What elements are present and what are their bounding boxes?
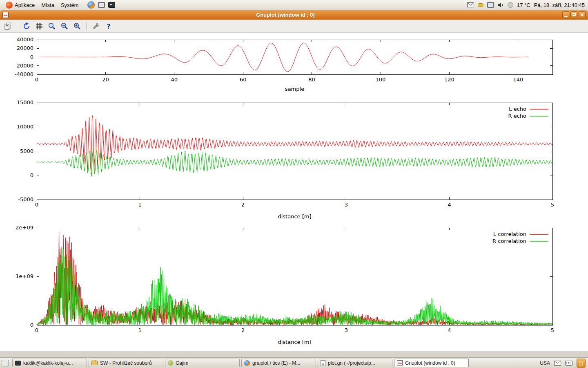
svg-text:0: 0 [35,202,38,208]
task-label: Gajim [176,360,188,366]
svg-text:-40000: -40000 [15,71,33,77]
svg-text:0: 0 [30,54,33,60]
file-manager-icon [91,361,98,365]
task-label: gnuplot / tics (E) - M... [252,360,300,366]
svg-text:4: 4 [448,202,451,208]
display-icon[interactable] [487,2,494,8]
places-menu-label: Místa [41,2,54,8]
system-menu-label: Systém [61,2,78,8]
replot-icon [22,22,31,30]
replot-button[interactable] [22,22,31,31]
chart-echo-waveforms[interactable]: 012345-5000050001000015000distance [m]L … [0,98,588,222]
zoom-button[interactable] [47,22,56,31]
svg-text:1e+09: 1e+09 [16,273,33,279]
svg-text:120: 120 [444,76,454,83]
copy-button[interactable] [3,22,12,31]
top-panel: Aplikace Místa Systém 17 °C Pá [0,0,588,10]
svg-text:10000: 10000 [17,123,33,130]
task-button-file-manager[interactable]: SW - Prohlížeč souborů [89,359,163,367]
system-menu[interactable]: Systém [58,1,82,9]
svg-text:60: 60 [240,76,247,83]
task-button-gnuplot[interactable]: Gnuplot (window id : 0) [394,359,469,367]
monitor-launcher-icon[interactable] [98,2,105,8]
task-label: kaklik@kaklik-kolej-u... [23,360,73,366]
svg-text:40: 40 [171,76,178,83]
places-menu[interactable]: Místa [38,1,58,9]
window-controls: ✕ [562,11,586,18]
svg-text:5: 5 [551,202,554,208]
svg-text:2e+09: 2e+09 [16,224,33,231]
applications-menu[interactable]: Aplikace [2,1,38,9]
svg-text:3: 3 [345,327,348,333]
keyboard-icon[interactable] [565,361,572,366]
gnuplot-icon [397,360,403,366]
window-titlebar[interactable]: Gnuplot (window id : 0) ✕ [0,10,588,20]
task-label: plot.gn (~/projects/p... [328,360,375,366]
svg-text:0: 0 [30,322,33,328]
zoom-out-icon [60,22,69,30]
help-icon: ? [105,22,113,30]
task-button-editor[interactable]: plot.gn (~/projects/p... [318,359,392,367]
terminal-icon [15,361,21,366]
svg-text:L correlation: L correlation [493,231,526,237]
firefox-icon [244,360,250,366]
zoom-in-button[interactable] [73,22,82,31]
minimize-button[interactable] [562,11,569,18]
applications-menu-label: Aplikace [15,2,35,8]
clock[interactable]: Pá, 18. září, 21:40:45 [534,2,586,8]
terminal-launcher-icon[interactable] [108,2,115,8]
toolbar-separator [86,22,87,30]
svg-text:20000: 20000 [17,45,33,51]
gajim-icon [168,360,173,366]
zoom-in-icon [73,22,81,30]
task-button-terminal[interactable]: kaklik@kaklik-kolej-u... [12,359,87,367]
task-label: SW - Prohlížeč souborů [100,360,152,366]
trash-applet-icon[interactable]: ▢ [577,359,586,368]
svg-text:-5000: -5000 [18,196,33,202]
panel-tray: 17 °C Pá, 18. září, 21:40:45 [467,2,586,8]
mail-notify-icon[interactable] [554,361,561,366]
svg-text:4: 4 [448,327,451,333]
task-button-browser[interactable]: gnuplot / tics (E) - M... [241,359,316,367]
svg-text:sample: sample [285,86,304,92]
svg-text:R correlation: R correlation [492,238,526,244]
settings-icon [92,22,100,30]
svg-text:?: ? [107,22,110,30]
svg-text:15000: 15000 [17,99,33,105]
help-button[interactable]: ? [104,22,113,31]
copy-icon [4,22,12,30]
svg-text:20: 20 [102,76,109,83]
svg-text:0: 0 [35,327,38,333]
text-editor-icon [321,360,325,366]
grid-button[interactable] [35,22,44,31]
window-selector-icon[interactable] [2,360,9,366]
taskbar-tray: USA ▢ [540,359,586,368]
keyboard-layout-indicator[interactable]: USA [540,360,550,366]
maximize-button[interactable] [570,11,577,18]
settings-button[interactable] [91,22,100,31]
svg-text:5000: 5000 [20,148,33,154]
svg-text:0: 0 [30,172,33,178]
chart-chirp-signal[interactable]: 020406080100120140-40000-200000200004000… [0,35,588,96]
minimize-icon [564,16,568,17]
close-button[interactable]: ✕ [579,11,586,18]
window-title: Gnuplot (window id : 0) [9,12,562,18]
svg-text:2: 2 [241,327,245,333]
svg-text:distance [m]: distance [m] [278,213,311,220]
toolbar-separator [17,22,18,30]
desktop: Aplikace Místa Systém 17 °C Pá [0,0,588,368]
mail-icon[interactable] [467,2,474,7]
weather-icon[interactable] [508,2,513,8]
key-icon[interactable] [478,3,483,7]
task-label: Gnuplot (window id : 0) [405,360,455,366]
svg-text:R echo: R echo [508,113,526,119]
volume-icon[interactable] [498,2,504,8]
zoom-icon [48,22,56,30]
zoom-out-button[interactable] [60,22,69,31]
svg-text:1: 1 [138,202,141,208]
gnuplot-window-icon [2,12,9,18]
firefox-launcher-icon[interactable] [87,1,95,9]
svg-text:distance [m]: distance [m] [278,339,311,345]
task-button-gajim[interactable]: Gajim [165,359,240,367]
chart-correlations[interactable]: 01234501e+092e+09distance [m]L correlati… [0,223,588,348]
